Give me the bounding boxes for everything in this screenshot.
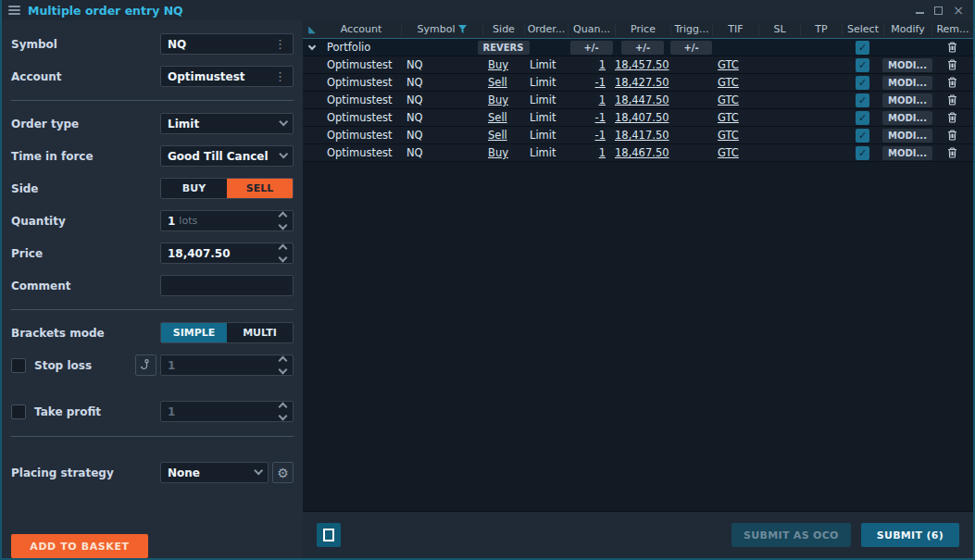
placing-strategy-select[interactable]: None (160, 462, 269, 483)
row-select-checkbox[interactable] (856, 129, 869, 143)
row-select-checkbox[interactable] (856, 93, 869, 107)
row-price-link[interactable]: 18,467.50 (615, 146, 669, 159)
sort-corner-icon[interactable]: ◣ (303, 23, 321, 36)
row-modify-button[interactable]: MODI... (882, 93, 932, 107)
add-to-basket-button[interactable]: ADD TO BASKET (11, 534, 148, 558)
row-quantity-link[interactable]: 1 (599, 58, 606, 71)
quantity-input[interactable]: 1 lots (160, 210, 294, 231)
stop-loss-checkbox[interactable] (11, 358, 26, 373)
row-price-link[interactable]: 18,427.50 (615, 76, 669, 89)
col-select[interactable]: Select (842, 23, 883, 36)
submit-button[interactable]: SUBMIT (6) (861, 523, 959, 547)
brackets-mode-label: Brackets mode (11, 327, 105, 340)
row-tif-link[interactable]: GTC (718, 76, 739, 89)
select-all-checkbox[interactable] (856, 41, 869, 55)
row-tif-link[interactable]: GTC (718, 111, 739, 124)
row-price-link[interactable]: 18,447.50 (615, 93, 669, 106)
row-select-checkbox[interactable] (856, 146, 869, 160)
row-modify-button[interactable]: MODI... (882, 111, 932, 125)
stop-loss-input[interactable]: 1 (160, 355, 294, 376)
row-side-link[interactable]: Buy (488, 146, 508, 159)
row-price-link[interactable]: 18,457.50 (615, 58, 669, 71)
row-select-checkbox[interactable] (856, 76, 869, 90)
row-quantity-link[interactable]: -1 (595, 111, 606, 124)
account-input[interactable]: Optimustest ⋮ (160, 66, 294, 87)
order-type-select[interactable]: Limit (160, 113, 294, 134)
row-tif-link[interactable]: GTC (718, 58, 739, 71)
trash-icon[interactable] (947, 147, 957, 158)
row-modify-button[interactable]: MODI... (882, 58, 932, 72)
row-side-link[interactable]: Buy (488, 58, 508, 71)
row-price-link[interactable]: 18,407.50 (615, 111, 669, 124)
kebab-icon[interactable]: ⋮ (274, 69, 286, 83)
comment-input[interactable] (160, 275, 294, 296)
col-tif[interactable]: TIF (712, 23, 758, 36)
simple-button[interactable]: SIMPLE (161, 323, 227, 342)
row-select-checkbox[interactable] (856, 111, 869, 125)
hook-icon-button[interactable] (135, 355, 156, 376)
row-side-link[interactable]: Sell (488, 111, 507, 124)
row-modify-button[interactable]: MODI... (882, 146, 932, 160)
kebab-icon[interactable]: ⋮ (274, 37, 286, 51)
trigger-adjust-button[interactable]: +/- (670, 41, 712, 55)
col-remove[interactable]: Rem... (931, 23, 973, 36)
reverse-button[interactable]: REVERS (478, 41, 530, 55)
row-quantity-link[interactable]: -1 (595, 76, 606, 89)
row-quantity-link[interactable]: -1 (595, 129, 606, 142)
close-icon[interactable]: × (953, 6, 964, 15)
col-account[interactable]: Account (321, 23, 401, 36)
stop-loss-stepper[interactable] (280, 357, 286, 373)
take-profit-stepper[interactable] (280, 404, 286, 419)
minimize-icon[interactable] (916, 6, 924, 14)
trash-icon[interactable] (947, 112, 957, 123)
trash-icon[interactable] (947, 94, 957, 106)
menu-icon[interactable] (8, 6, 20, 15)
trash-icon[interactable] (947, 59, 957, 70)
maximize-icon[interactable] (934, 6, 943, 15)
col-tp[interactable]: TP (800, 23, 842, 36)
time-in-force-select[interactable]: Good Till Cancel (160, 145, 294, 167)
row-quantity-link[interactable]: 1 (599, 146, 606, 159)
col-sl[interactable]: SL (758, 23, 800, 36)
col-trigger[interactable]: Trigg... (670, 23, 712, 36)
row-side-link[interactable]: Buy (488, 93, 508, 106)
sell-button[interactable]: SELL (227, 179, 293, 198)
row-select-checkbox[interactable] (856, 58, 869, 72)
buy-button[interactable]: BUY (161, 179, 227, 198)
quantity-stepper[interactable] (280, 213, 286, 229)
row-tif-link[interactable]: GTC (718, 146, 739, 159)
col-symbol[interactable]: Symbol (401, 23, 482, 36)
row-side-link[interactable]: Sell (488, 129, 507, 142)
take-profit-label: Take profit (34, 405, 101, 418)
multi-button[interactable]: MULTI (227, 323, 293, 342)
stop-loss-value: 1 (168, 359, 175, 372)
symbol-input[interactable]: NQ ⋮ (160, 33, 294, 55)
panel-toggle-button[interactable] (317, 523, 341, 547)
row-tif-link[interactable]: GTC (718, 129, 739, 142)
quantity-adjust-button[interactable]: +/- (570, 41, 613, 55)
trash-icon[interactable] (947, 42, 957, 53)
trash-icon[interactable] (947, 77, 957, 88)
row-tif-link[interactable]: GTC (718, 93, 739, 106)
row-price-link[interactable]: 18,417.50 (615, 129, 669, 142)
filter-icon[interactable] (458, 25, 467, 33)
col-order-type[interactable]: Order... (524, 23, 568, 36)
price-input[interactable]: 18,407.50 (160, 243, 294, 264)
row-side-link[interactable]: Sell (488, 76, 507, 89)
price-stepper[interactable] (280, 245, 286, 261)
col-side[interactable]: Side (482, 23, 524, 36)
col-quantity[interactable]: Quan... (568, 23, 615, 36)
submit-as-oco-button[interactable]: SUBMIT AS OCO (731, 523, 851, 547)
gear-icon[interactable]: ⚙ (272, 462, 294, 483)
row-quantity-link[interactable]: 1 (599, 93, 606, 106)
price-adjust-button[interactable]: +/- (621, 41, 664, 55)
row-modify-button[interactable]: MODI... (882, 129, 932, 143)
trash-icon[interactable] (947, 130, 957, 141)
col-modify[interactable]: Modify (883, 23, 931, 36)
row-modify-button[interactable]: MODI... (882, 76, 932, 90)
expand-chevron-icon[interactable] (308, 42, 316, 49)
take-profit-input[interactable]: 1 (160, 401, 294, 422)
account-label: Account (11, 70, 62, 83)
col-price[interactable]: Price (615, 23, 670, 36)
take-profit-checkbox[interactable] (11, 404, 26, 419)
